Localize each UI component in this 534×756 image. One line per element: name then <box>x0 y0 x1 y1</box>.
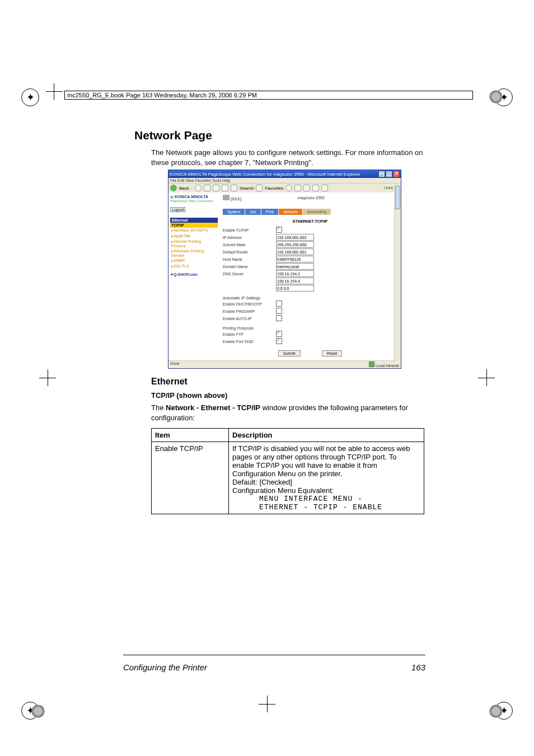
submit-button[interactable]: Submit <box>278 350 301 356</box>
sidebar-item-ipp[interactable]: ▸Internet Printing Protocol <box>170 239 218 248</box>
sidebar-item-label: Windows Printing Service <box>171 249 204 257</box>
desc-line: If TCP/IP is disabled you will not be ab… <box>232 444 410 478</box>
history-icon[interactable] <box>294 185 301 191</box>
desc-line: Default: [Checked] <box>232 478 292 486</box>
tab-accounting[interactable]: Accounting <box>303 209 332 215</box>
close-icon[interactable]: ✕ <box>393 171 400 177</box>
tab-job[interactable]: Job <box>245 209 261 215</box>
tab-system[interactable]: System <box>223 209 245 215</box>
running-header: mc2550_RG_E.book Page 163 Wednesday, Mar… <box>64 91 473 100</box>
text: The <box>151 403 166 412</box>
sidebar-group-header: Ethernet <box>170 218 218 223</box>
tab-print[interactable]: Print <box>261 209 279 215</box>
status-bar: Done Local intranet <box>168 360 401 368</box>
sidebar-item-tcpip[interactable]: TCP/IP <box>170 223 218 228</box>
port9100-checkbox[interactable] <box>276 338 282 344</box>
maximize-icon[interactable]: □ <box>386 171 392 177</box>
pingarp-checkbox[interactable] <box>276 308 282 314</box>
autoip-checkbox[interactable] <box>276 315 282 321</box>
sidebar: ◉ KONICA MINOLTA PageScope Web Connectio… <box>168 192 219 360</box>
dns-server-input[interactable] <box>276 270 314 277</box>
back-label: Back <box>179 186 189 191</box>
group-auto-ip: Automatic IP Settings <box>223 296 276 300</box>
dhcp-checkbox[interactable] <box>276 300 282 307</box>
row-label: Enable Port 9100 <box>223 340 276 344</box>
section-ethernet: Ethernet <box>151 377 425 387</box>
footer-page-number: 163 <box>411 663 425 672</box>
table-head-item: Item <box>152 429 229 442</box>
brand-primary: KONICA MINOLTA <box>175 195 208 199</box>
tcpip-paragraph: The Network - Ethernet - TCP/IP window p… <box>151 403 425 422</box>
search-icon[interactable] <box>231 185 237 191</box>
reset-button[interactable]: Reset <box>322 350 342 356</box>
brand-sub: PageScope Web Connection <box>170 199 218 203</box>
sidebar-item-netware[interactable]: ▸NetWare (IPX/SPX) <box>170 228 218 233</box>
dash: · <box>191 186 193 191</box>
tab-network[interactable]: Network <box>279 209 303 215</box>
back-icon[interactable] <box>170 185 177 191</box>
toolbar: Back · Search Favorites <box>168 183 401 192</box>
sidebar-item-snmp[interactable]: ▸SNMP <box>170 258 218 264</box>
tab-bar: System Job Print Network Accounting <box>223 209 397 215</box>
desc-mono: MENU INTERFACE MENU - <box>232 495 420 503</box>
table-cell-item: Enable TCP/IP <box>152 442 229 514</box>
refresh-icon[interactable] <box>213 185 219 191</box>
minimize-icon[interactable]: _ <box>378 171 385 177</box>
qshop-link[interactable]: ✦Q-SHOP.com <box>170 273 218 277</box>
crop-mark-tl: ✦ <box>21 88 39 106</box>
links-label[interactable]: Links <box>384 186 393 190</box>
printer-status: [IDLE] <box>231 197 241 201</box>
stop-icon[interactable] <box>204 185 210 191</box>
zone-icon <box>369 361 374 367</box>
window-title: KONICA MINOLTA PageScope Web Connection … <box>170 172 360 177</box>
ip-address-input[interactable] <box>276 234 314 241</box>
print-icon[interactable] <box>312 185 319 191</box>
page-title: Network Page <box>134 129 425 142</box>
default-router-input[interactable] <box>276 248 314 255</box>
sidebar-item-appletalk[interactable]: ▸AppleTalk <box>170 233 218 239</box>
gear-icon <box>486 87 506 107</box>
edit-icon[interactable] <box>321 185 328 191</box>
mail-icon[interactable] <box>303 185 310 191</box>
favorites-icon[interactable] <box>256 185 263 191</box>
row-label: Enable DHCP/BOOTP <box>223 302 276 306</box>
row-label: Enable TCP/IP <box>223 228 276 232</box>
domain-name-input[interactable] <box>276 263 314 270</box>
favorites-label: Favorites <box>265 186 283 191</box>
subsection-tcpip: TCP/IP (shown above) <box>151 391 425 400</box>
parameter-table: Item Description Enable TCP/IP If TCP/IP… <box>151 428 424 514</box>
host-name-input[interactable] <box>276 256 314 262</box>
subnet-mask-input[interactable] <box>276 241 314 248</box>
home-icon[interactable] <box>222 185 228 191</box>
row-label: Host Name <box>223 257 276 261</box>
footer-rule <box>123 655 425 655</box>
dns-server-input-3[interactable] <box>276 285 314 292</box>
forward-icon[interactable] <box>195 185 202 191</box>
menu-bar[interactable]: File Edit View Favorites Tools Help <box>168 178 401 183</box>
gear-icon <box>486 701 506 721</box>
table-cell-desc: If TCP/IP is disabled you will not be ab… <box>229 442 424 514</box>
main-pane: [IDLE] magicolor 2550 System Job Print N… <box>219 192 401 360</box>
brand-logo: ◉ KONICA MINOLTA <box>170 195 218 199</box>
sidebar-item-ssl[interactable]: ▸SSL/TLS <box>170 264 218 269</box>
text-bold: Network - Ethernet - TCP/IP <box>166 403 260 412</box>
status-zone: Local intranet <box>376 364 399 368</box>
dns-server-input-2[interactable] <box>276 278 314 284</box>
sidebar-item-windows[interactable]: ▸Windows Printing Service <box>170 248 218 258</box>
sidebar-item-label: SNMP <box>174 259 185 262</box>
media-icon[interactable] <box>285 185 292 191</box>
crop-cross-right <box>478 369 495 386</box>
desc-line: Configuration Menu Equivalent: <box>232 486 334 495</box>
ftp-checkbox[interactable] <box>276 331 282 337</box>
enable-tcpip-checkbox[interactable] <box>276 227 282 233</box>
logout-button[interactable]: Logout <box>170 207 185 212</box>
sidebar-item-label: SSL/TLS <box>174 264 189 268</box>
crop-cross-left <box>39 369 56 386</box>
footer-title: Configuring the Printer <box>123 663 207 672</box>
sidebar-item-label: NetWare (IPX/SPX) <box>174 228 208 232</box>
row-label: DNS Server <box>223 272 276 276</box>
printer-name: magicolor 2550 <box>298 196 325 200</box>
sidebar-item-label: AppleTalk <box>174 234 190 238</box>
crop-cross-bottom <box>259 696 275 712</box>
row-label: IP Address <box>223 236 276 240</box>
